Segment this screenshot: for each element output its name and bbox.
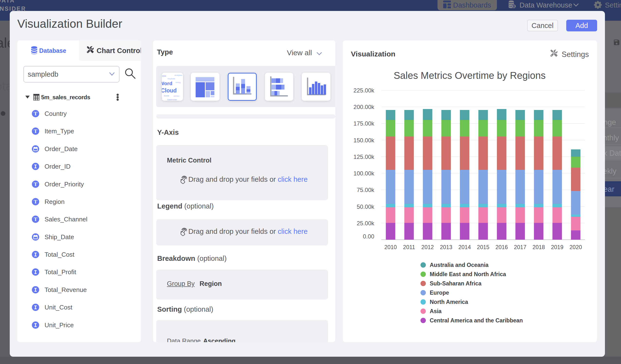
svg-text:75.00k: 75.00k	[357, 187, 375, 193]
svg-text:2012: 2012	[421, 244, 434, 250]
svg-text:2019: 2019	[551, 244, 563, 250]
svg-text:2020: 2020	[569, 244, 582, 250]
svg-text:25.00k: 25.00k	[357, 220, 375, 226]
svg-text:100.00k: 100.00k	[354, 170, 375, 177]
svg-text:2015: 2015	[477, 244, 489, 250]
svg-text:2011: 2011	[403, 244, 415, 250]
svg-text:2010: 2010	[384, 244, 397, 250]
svg-text:2013: 2013	[440, 244, 452, 250]
svg-text:2018: 2018	[533, 244, 545, 250]
svg-text:50.00k: 50.00k	[357, 203, 375, 210]
svg-text:175.00k: 175.00k	[354, 120, 375, 127]
svg-text:225.00k: 225.00k	[354, 87, 375, 94]
svg-text:125.00k: 125.00k	[354, 154, 375, 160]
svg-text:0.00: 0.00	[363, 233, 374, 240]
svg-text:2014: 2014	[458, 244, 471, 250]
svg-text:200.00k: 200.00k	[354, 104, 375, 110]
svg-text:2016: 2016	[495, 244, 508, 250]
svg-text:150.00k: 150.00k	[354, 137, 375, 144]
svg-text:2017: 2017	[514, 244, 526, 250]
svg-text:Sales Metrics Overtime by Regi: Sales Metrics Overtime by Regions	[394, 70, 546, 81]
